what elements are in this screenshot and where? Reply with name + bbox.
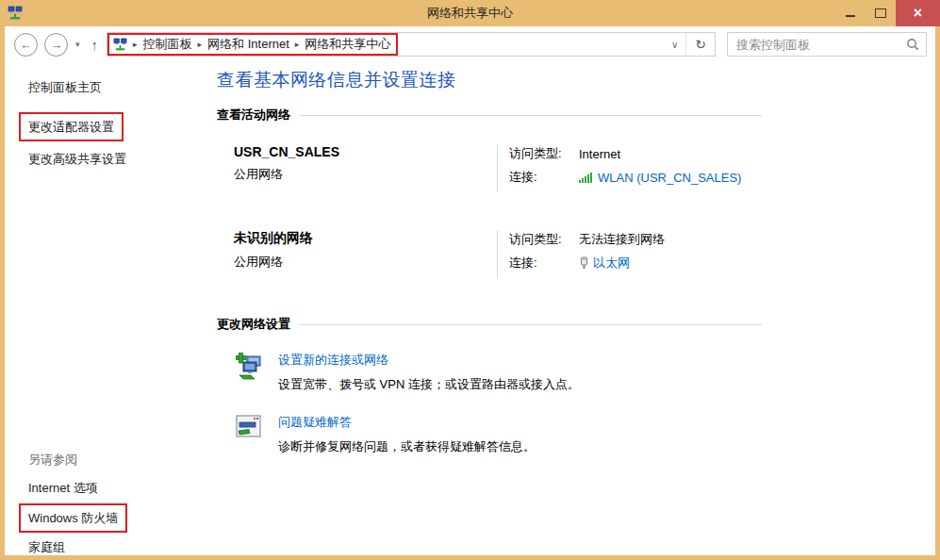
window-border-right bbox=[935, 26, 940, 560]
new-connection-icon[interactable] bbox=[236, 352, 266, 393]
breadcrumb-separator-icon: ▸ bbox=[133, 40, 138, 49]
close-icon: × bbox=[914, 6, 922, 21]
setup-connection-description: 设置宽带、拨号或 VPN 连接；或设置路由器或接入点。 bbox=[278, 376, 580, 393]
ethernet-plug-icon bbox=[579, 256, 589, 270]
section-rule bbox=[300, 324, 762, 325]
connection-label: 连接: bbox=[509, 255, 579, 272]
active-networks-list: USR_CN_SALES 公用网络 访问类型: Internet 连接: bbox=[234, 144, 762, 278]
section-rule bbox=[300, 115, 762, 116]
refresh-button[interactable]: ↻ bbox=[686, 37, 715, 52]
sidebar-top: 控制面板主页 更改适配器设置 更改高级共享设置 bbox=[28, 79, 126, 168]
sidebar-item-internet-options[interactable]: Internet 选项 bbox=[28, 480, 127, 497]
sidebar-item-control-panel-home[interactable]: 控制面板主页 bbox=[28, 79, 126, 96]
nav-button-cluster: ← → ▾ ↑ bbox=[14, 33, 98, 57]
network-row-wlan: USR_CN_SALES 公用网络 访问类型: Internet 连接: bbox=[234, 144, 762, 192]
change-network-settings-header: 更改网络设置 bbox=[217, 316, 762, 333]
sidebar-item-windows-firewall[interactable]: Windows 防火墙 bbox=[28, 511, 118, 525]
network-profile: 公用网络 bbox=[234, 254, 497, 271]
active-networks-header-label: 查看活动网络 bbox=[217, 107, 290, 124]
troubleshoot-icon[interactable] bbox=[236, 414, 266, 455]
network-info: 未识别的网络 公用网络 bbox=[234, 230, 498, 278]
network-name: USR_CN_SALES bbox=[234, 144, 497, 159]
breadcrumb-annotation-box: ▸ 控制面板 ▸ 网络和 Internet ▸ 网络和共享中心 bbox=[107, 33, 398, 56]
network-details: 访问类型: 无法连接到网络 连接: bbox=[498, 230, 665, 278]
titlebar: 网络和共享中心 × bbox=[0, 0, 940, 26]
up-button[interactable]: ↑ bbox=[91, 37, 99, 53]
window-controls: × bbox=[835, 0, 940, 26]
ethernet-connection-link[interactable]: 以太网 bbox=[593, 255, 630, 272]
address-bar[interactable]: ▸ 控制面板 ▸ 网络和 Internet ▸ 网络和共享中心 ∨ ↻ bbox=[107, 32, 716, 57]
breadcrumb-network-sharing-center[interactable]: 网络和共享中心 bbox=[305, 36, 390, 53]
access-type-value: Internet bbox=[579, 147, 620, 161]
search-input[interactable] bbox=[734, 37, 906, 53]
history-dropdown-button[interactable]: ▾ bbox=[74, 40, 81, 49]
sidebar-item-change-adapter-settings[interactable]: 更改适配器设置 bbox=[28, 120, 114, 134]
breadcrumb-network-icon bbox=[113, 38, 127, 52]
chevron-down-icon: ▾ bbox=[75, 40, 80, 49]
change-settings-header-label: 更改网络设置 bbox=[217, 316, 290, 333]
back-icon: ← bbox=[20, 39, 32, 51]
window-title: 网络和共享中心 bbox=[0, 5, 940, 22]
windows-firewall-annotation-box: Windows 防火墙 bbox=[19, 503, 127, 533]
breadcrumb-control-panel[interactable]: 控制面板 bbox=[143, 36, 192, 53]
active-networks-header: 查看活动网络 bbox=[217, 107, 762, 124]
refresh-icon: ↻ bbox=[695, 37, 706, 52]
access-type-label: 访问类型: bbox=[509, 145, 579, 162]
adapter-settings-annotation-box: 更改适配器设置 bbox=[19, 112, 124, 141]
breadcrumb-network-internet[interactable]: 网络和 Internet bbox=[207, 36, 289, 53]
connection-label: 连接: bbox=[509, 169, 579, 186]
page-title: 查看基本网络信息并设置连接 bbox=[217, 68, 762, 92]
breadcrumb-separator-icon: ▸ bbox=[198, 40, 203, 49]
see-also-header: 另请参阅 bbox=[28, 452, 127, 469]
back-button[interactable]: ← bbox=[14, 33, 38, 57]
sidebar-item-homegroup[interactable]: 家庭组 bbox=[28, 539, 127, 556]
sidebar-see-also: 另请参阅 Internet 选项 Windows 防火墙 家庭组 bbox=[28, 452, 127, 556]
breadcrumb-separator-icon: ▸ bbox=[295, 40, 300, 49]
chevron-down-icon: ∨ bbox=[671, 40, 678, 50]
network-info: USR_CN_SALES 公用网络 bbox=[234, 144, 498, 192]
search-box[interactable] bbox=[727, 32, 927, 57]
main-content: 查看基本网络信息并设置连接 查看活动网络 USR_CN_SALES 公用网络 访… bbox=[217, 68, 762, 476]
forward-button[interactable]: → bbox=[44, 33, 68, 57]
address-dropdown-button[interactable]: ∨ bbox=[664, 40, 685, 50]
close-button[interactable]: × bbox=[896, 0, 940, 26]
troubleshoot-description: 诊断并修复网络问题，或者获得疑难解答信息。 bbox=[278, 438, 536, 455]
up-arrow-icon: ↑ bbox=[91, 37, 99, 53]
network-tasks: 设置新的连接或网络 设置宽带、拨号或 VPN 连接；或设置路由器或接入点。 问题… bbox=[236, 352, 762, 455]
navigation-toolbar: ← → ▾ ↑ ▸ 控制面板 ▸ 网络和 Internet ▸ 网络和共享中心 bbox=[5, 26, 935, 62]
setup-connection-link[interactable]: 设置新的连接或网络 bbox=[278, 353, 388, 367]
wifi-signal-icon bbox=[579, 172, 594, 183]
network-name: 未识别的网络 bbox=[234, 230, 497, 247]
troubleshoot-link[interactable]: 问题疑难解答 bbox=[278, 415, 352, 429]
wlan-connection-link[interactable]: WLAN (USR_CN_SALES) bbox=[598, 171, 741, 185]
minimize-icon bbox=[846, 15, 855, 17]
network-row-ethernet: 未识别的网络 公用网络 访问类型: 无法连接到网络 连接: bbox=[234, 230, 762, 278]
sidebar-item-advanced-sharing-settings[interactable]: 更改高级共享设置 bbox=[28, 151, 126, 168]
window-border-left bbox=[0, 26, 5, 560]
access-type-value: 无法连接到网络 bbox=[579, 231, 665, 248]
minimize-button[interactable] bbox=[835, 0, 866, 26]
task-troubleshoot: 问题疑难解答 诊断并修复网络问题，或者获得疑难解答信息。 bbox=[236, 414, 762, 455]
network-profile: 公用网络 bbox=[234, 166, 497, 183]
maximize-button[interactable] bbox=[866, 0, 896, 26]
search-icon[interactable] bbox=[906, 38, 919, 51]
task-setup-new-connection: 设置新的连接或网络 设置宽带、拨号或 VPN 连接；或设置路由器或接入点。 bbox=[236, 352, 762, 393]
maximize-icon bbox=[875, 8, 886, 18]
forward-icon: → bbox=[50, 39, 62, 51]
network-app-icon bbox=[8, 6, 23, 21]
access-type-label: 访问类型: bbox=[509, 231, 579, 248]
window-border-bottom bbox=[0, 555, 940, 560]
network-details: 访问类型: Internet 连接: bbox=[498, 144, 741, 192]
